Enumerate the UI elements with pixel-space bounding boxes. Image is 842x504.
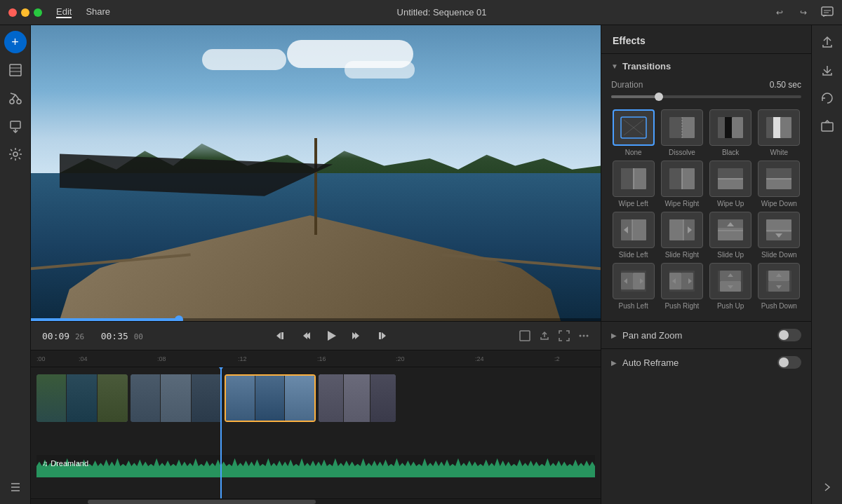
svg-rect-44 <box>621 168 634 189</box>
svg-marker-24 <box>382 332 386 339</box>
transition-slide-down[interactable]: Slide Down <box>757 212 801 259</box>
maximize-button[interactable] <box>34 8 42 17</box>
slide-up-icon <box>715 217 746 243</box>
transition-push-right-thumb[interactable] <box>661 263 703 299</box>
transition-wipe-right[interactable]: Wipe Right <box>660 161 704 207</box>
transition-black[interactable]: Black <box>709 109 753 156</box>
video-preview <box>31 25 601 321</box>
transition-none-thumb[interactable] <box>613 109 655 146</box>
ruler-mark-1: :04 <box>79 355 88 362</box>
transition-black-thumb[interactable] <box>709 109 751 146</box>
pan-zoom-arrow-icon: ▶ <box>611 332 617 339</box>
transition-slide-right[interactable]: Slide Right <box>660 212 704 259</box>
cut-icon[interactable] <box>4 87 27 109</box>
clip-1[interactable] <box>36 374 128 422</box>
menu-share[interactable]: Share <box>86 6 110 18</box>
skip-forward-button[interactable] <box>372 326 392 346</box>
auto-reframe-section[interactable]: ▶ Auto Reframe <box>601 348 811 376</box>
transition-white-thumb[interactable] <box>758 109 800 146</box>
transition-push-down-thumb[interactable] <box>758 263 800 299</box>
transition-wipe-up[interactable]: Wipe Up <box>709 161 753 207</box>
clip-4[interactable] <box>319 374 396 422</box>
video-progress-thumb[interactable] <box>175 315 183 321</box>
white-icon <box>763 114 794 141</box>
redo-icon[interactable]: ↪ <box>797 6 810 19</box>
transition-none[interactable]: None <box>611 109 655 156</box>
svg-rect-11 <box>11 121 20 128</box>
scrollbar-thumb[interactable] <box>88 500 316 504</box>
transition-slide-right-thumb[interactable] <box>661 212 703 248</box>
fullscreen-button[interactable] <box>559 330 570 341</box>
clip-2-frame-3 <box>192 374 222 422</box>
transition-wipe-down-thumb[interactable] <box>758 161 800 197</box>
transition-wipe-left-thumb[interactable] <box>613 161 655 197</box>
transition-slide-left-thumb[interactable] <box>613 212 655 248</box>
clip-3-frame-1 <box>226 376 255 421</box>
clip-2[interactable] <box>131 374 222 422</box>
transition-dissolve[interactable]: Dissolve <box>660 109 704 156</box>
auto-reframe-toggle[interactable] <box>777 356 801 369</box>
playback-controls: 00:09 26 00:35 00 <box>31 321 601 350</box>
list-icon[interactable] <box>4 476 27 498</box>
duration-slider-thumb[interactable] <box>655 93 663 101</box>
transition-slide-up-label: Slide Up <box>717 251 744 259</box>
transition-slide-up[interactable]: Slide Up <box>709 212 753 259</box>
transition-push-down[interactable]: Push Down <box>757 263 801 310</box>
transition-wipe-down[interactable]: Wipe Down <box>757 161 801 207</box>
share-icon[interactable] <box>816 115 838 137</box>
add-button[interactable]: + <box>4 31 27 53</box>
wipe-right-icon <box>667 165 697 192</box>
upload-icon[interactable] <box>816 31 838 53</box>
undo-icon[interactable]: ↩ <box>773 6 786 19</box>
transition-slide-up-thumb[interactable] <box>709 212 751 248</box>
wipe-up-icon <box>715 165 746 192</box>
transition-push-up-thumb[interactable] <box>709 263 751 299</box>
transition-wipe-right-thumb[interactable] <box>661 161 703 197</box>
view-toggle-button[interactable] <box>519 330 530 341</box>
skip-back-button[interactable] <box>271 326 290 346</box>
transition-push-left-thumb[interactable] <box>613 263 655 299</box>
transition-push-right[interactable]: Push Right <box>660 263 704 310</box>
transition-slide-down-thumb[interactable] <box>758 212 800 248</box>
import-icon[interactable] <box>4 115 27 137</box>
transition-wipe-left[interactable]: Wipe Left <box>611 161 655 207</box>
black-icon <box>715 114 746 141</box>
menu-button[interactable] <box>578 330 589 341</box>
video-progress-track[interactable] <box>31 318 601 321</box>
clip-3-selected[interactable] <box>225 374 316 422</box>
pan-zoom-section[interactable]: ▶ Pan and Zoom <box>601 321 811 348</box>
sidebar-collapse-icon[interactable] <box>816 476 838 498</box>
pan-zoom-toggle[interactable] <box>777 329 801 341</box>
download-icon[interactable] <box>816 59 838 81</box>
clips-icon[interactable] <box>4 59 27 81</box>
svg-rect-25 <box>379 332 381 339</box>
chat-icon[interactable] <box>821 6 834 19</box>
transition-dissolve-label: Dissolve <box>669 149 695 156</box>
timeline-scrollbar[interactable] <box>31 498 601 504</box>
close-button[interactable] <box>8 8 17 17</box>
transitions-arrow-icon: ▼ <box>611 62 618 70</box>
transition-push-left[interactable]: Push Left <box>611 263 655 310</box>
transition-white[interactable]: White <box>757 109 801 156</box>
playhead[interactable] <box>220 367 222 498</box>
play-button[interactable] <box>321 326 341 346</box>
svg-rect-35 <box>682 117 695 138</box>
transition-slide-left[interactable]: Slide Left <box>611 212 655 259</box>
step-back-button[interactable] <box>296 326 316 346</box>
refresh-icon[interactable] <box>816 87 838 109</box>
settings-icon[interactable] <box>4 143 27 165</box>
cloud-1 <box>202 49 286 70</box>
transition-slide-down-label: Slide Down <box>761 251 797 259</box>
svg-rect-72 <box>766 219 791 232</box>
svg-point-13 <box>13 152 18 156</box>
minimize-button[interactable] <box>21 8 29 17</box>
transition-dissolve-thumb[interactable] <box>661 109 703 146</box>
svg-rect-34 <box>669 117 682 138</box>
duration-slider[interactable] <box>611 95 801 98</box>
menu-edit[interactable]: Edit <box>56 6 72 18</box>
export-button[interactable] <box>539 330 550 341</box>
step-forward-button[interactable] <box>347 326 366 346</box>
transition-push-up[interactable]: Push Up <box>709 263 753 310</box>
transition-wipe-up-thumb[interactable] <box>709 161 751 197</box>
timecode-total: 00:35 <box>101 331 128 341</box>
